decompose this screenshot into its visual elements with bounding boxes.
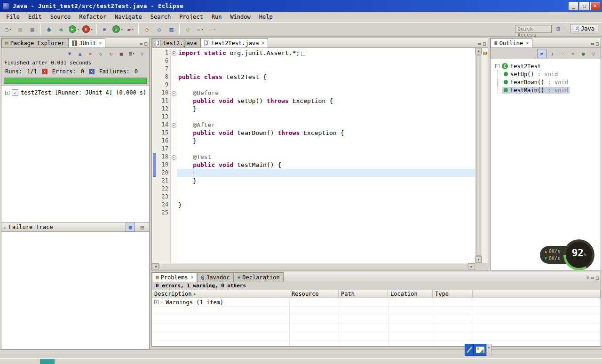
outline-view-minimize-button[interactable]: ▭: [591, 41, 594, 46]
code-line-18[interactable]: 18− @Test: [152, 153, 475, 161]
code-text[interactable]: @Test: [177, 153, 475, 161]
horizontal-scrollbar-thumb[interactable]: [159, 264, 467, 269]
quick-access-input[interactable]: Quick Access: [515, 25, 552, 33]
code-text[interactable]: public void testMain() {: [177, 161, 475, 169]
code-line-6[interactable]: 6: [152, 57, 475, 65]
scroll-down-icon[interactable]: ▼: [475, 256, 482, 263]
code-text[interactable]: [177, 81, 475, 89]
back-button[interactable]: ⇦▾: [194, 24, 206, 35]
open-perspective-icon[interactable]: ⊞: [556, 25, 560, 32]
run-button[interactable]: ▶▾: [68, 24, 80, 35]
open-search-button[interactable]: ◉: [43, 24, 55, 35]
ime-handwriting-button[interactable]: [465, 344, 474, 356]
editor-maximize-button[interactable]: □: [483, 41, 486, 46]
code-text[interactable]: [177, 169, 475, 177]
junit-view-minimize-button[interactable]: ▭: [140, 41, 143, 46]
column-header-path[interactable]: Path: [339, 290, 388, 298]
expand-fold-icon[interactable]: +: [172, 51, 176, 56]
code-text[interactable]: public void setUp() throws Exception {: [177, 97, 475, 105]
maximize-button[interactable]: □: [579, 2, 589, 10]
last-edit-location-button[interactable]: ↺: [182, 24, 193, 35]
test-run-history-dropdown-icon[interactable]: ▾: [133, 52, 135, 55]
code-text[interactable]: [177, 65, 475, 73]
code-text[interactable]: @After: [177, 121, 475, 129]
column-header-location[interactable]: Location: [388, 290, 433, 298]
external-tools-dropdown-icon[interactable]: ▾: [132, 27, 134, 32]
column-header-description[interactable]: Description▲: [152, 290, 289, 298]
code-line-21[interactable]: 21 }: [152, 177, 475, 185]
code-text[interactable]: public void tearDown() throws Exception …: [177, 129, 475, 137]
code-line-13[interactable]: 13: [152, 113, 475, 121]
java-perspective-button[interactable]: J Java: [570, 24, 598, 33]
outline-hide-non-public-button[interactable]: ●: [578, 49, 588, 58]
open-type-button[interactable]: ◇: [153, 24, 165, 35]
ime-picture-button[interactable]: [474, 344, 486, 356]
code-line-19[interactable]: 19 public void testMain() {: [152, 161, 475, 169]
ime-menu-strip[interactable]: ▪▾: [486, 344, 491, 356]
menu-project[interactable]: Project: [175, 13, 207, 21]
menu-navigate[interactable]: Navigate: [111, 13, 146, 21]
warning-marker[interactable]: [483, 52, 487, 55]
close-tab-icon[interactable]: ×: [261, 40, 264, 46]
close-button[interactable]: ×: [590, 2, 600, 10]
code-line-22[interactable]: 22: [152, 185, 475, 193]
junit-show-previous-failure-button[interactable]: ▲: [75, 49, 85, 58]
junit-rerun-test-button[interactable]: ↻: [96, 49, 105, 58]
column-header-type[interactable]: Type: [433, 290, 473, 298]
code-line-11[interactable]: 11 public void setUp() throws Exception …: [152, 97, 475, 105]
search-button[interactable]: ◔: [141, 24, 152, 35]
menu-file[interactable]: File: [2, 13, 24, 21]
menu-search[interactable]: Search: [146, 13, 175, 21]
close-tab-icon[interactable]: ×: [526, 40, 529, 46]
outline-item-teardown[interactable]: tearDown() : void: [498, 78, 601, 86]
code-line-10[interactable]: 10− @Before: [152, 89, 475, 97]
vertical-scrollbar-thumb[interactable]: [476, 55, 481, 256]
coverage-dropdown-icon[interactable]: ▾: [121, 27, 123, 32]
outline-item-setup[interactable]: setUp() : void: [498, 70, 601, 78]
horizontal-scrollbar-track[interactable]: [159, 263, 468, 270]
scroll-left-icon[interactable]: ◀: [152, 263, 159, 270]
collapse-fold-icon[interactable]: −: [172, 123, 176, 128]
code-line-12[interactable]: 12 }: [152, 105, 475, 113]
taskbar-window-button[interactable]: [40, 359, 55, 364]
junit-rerun-failed-first-button[interactable]: ↻: [106, 49, 116, 58]
scroll-up-icon[interactable]: ▲: [475, 48, 482, 55]
junit-test-run-history-button[interactable]: ≣▾: [127, 49, 136, 58]
editor-tab-test2-java[interactable]: Jtest2.java: [152, 38, 200, 47]
expander-icon[interactable]: +: [5, 91, 9, 95]
code-text[interactable]: [177, 145, 475, 153]
debug-button[interactable]: ✻: [55, 24, 67, 35]
view-tab-declaration[interactable]: ◈Declaration: [234, 272, 284, 282]
problems-view-menu-button[interactable]: ▽: [586, 275, 589, 280]
code-line-25[interactable]: 25: [152, 209, 475, 217]
close-tab-icon[interactable]: ×: [99, 40, 102, 46]
outline-item-testmain[interactable]: testMain() : void: [498, 86, 601, 94]
menu-run[interactable]: Run: [207, 13, 226, 21]
outline-item-test2test[interactable]: −Ctest2Test: [491, 62, 601, 70]
code-line-7[interactable]: 7: [152, 65, 475, 73]
scroll-right-icon[interactable]: ▶: [468, 263, 475, 270]
minimize-button[interactable]: _: [569, 2, 578, 10]
code-text[interactable]: }: [177, 201, 475, 209]
collapse-icon[interactable]: −: [495, 64, 499, 68]
new-wizard-dropdown-icon[interactable]: ▾: [9, 27, 12, 32]
code-text[interactable]: [177, 57, 475, 65]
code-editor[interactable]: 1+import static org.junit.Assert.*;678pu…: [152, 48, 475, 263]
junit-tree-item[interactable]: + ✓ test2Test [Runner: JUnit 4] (0.000 s…: [1, 88, 149, 97]
menu-help[interactable]: Help: [255, 13, 277, 21]
profile-dropdown-icon[interactable]: ▾: [91, 27, 93, 32]
code-text[interactable]: [177, 113, 475, 121]
failure-trace-filter-stack-trace-button[interactable]: ▦: [126, 222, 135, 232]
outline-view-maximize-button[interactable]: □: [596, 41, 599, 46]
code-line-20[interactable]: 20: [152, 169, 475, 177]
input-method-toolbar[interactable]: ▪▾: [465, 344, 491, 356]
code-text[interactable]: }: [177, 137, 475, 145]
code-line-14[interactable]: 14− @After: [152, 121, 475, 129]
problems-row[interactable]: +⚠Warnings (1 item): [152, 298, 601, 307]
outline-link-with-editor-button[interactable]: ⇄: [537, 49, 547, 58]
health-ball[interactable]: 92 %: [563, 239, 594, 270]
profile-button[interactable]: ▮▾: [81, 24, 94, 35]
new-java-project-button[interactable]: ⊞: [99, 24, 111, 35]
view-tab-package-explorer[interactable]: ▤Package Explorer: [1, 38, 68, 47]
forward-dropdown-icon[interactable]: ▾: [214, 27, 216, 32]
